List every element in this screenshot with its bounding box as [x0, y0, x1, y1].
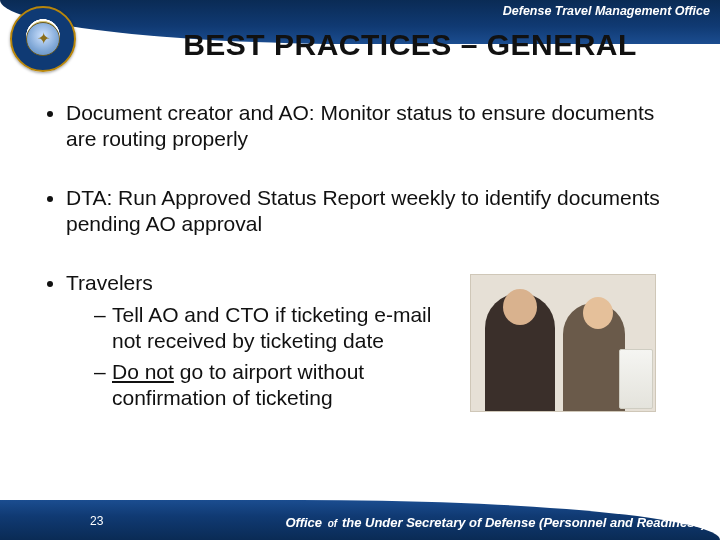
footer-of: of	[328, 518, 340, 529]
travelers-text: Travelers Tell AO and CTO if ticketing e…	[66, 270, 456, 416]
slide-body: Document creator and AO: Monitor status …	[44, 100, 690, 450]
sub-bullet-list: Tell AO and CTO if ticketing e-mail not …	[66, 302, 456, 410]
bullet-list: Document creator and AO: Monitor status …	[44, 100, 690, 416]
footer-part: Office	[285, 515, 325, 530]
bullet-item: DTA: Run Approved Status Report weekly t…	[66, 185, 690, 236]
travelers-row: Travelers Tell AO and CTO if ticketing e…	[66, 270, 690, 416]
seal-ring: ✦	[10, 6, 76, 72]
footer-text: Office of the Under Secretary of Defense…	[285, 515, 706, 530]
monitor-icon	[619, 349, 653, 409]
page-number: 23	[90, 514, 103, 528]
footer-part: the Under Secretary of Defense (Personne…	[342, 515, 706, 530]
bullet-item: Document creator and AO: Monitor status …	[66, 100, 690, 151]
eagle-icon: ✦	[37, 29, 50, 48]
slide: Defense Travel Management Office ✦ BEST …	[0, 0, 720, 540]
bullet-label: Travelers	[66, 271, 153, 294]
org-label: Defense Travel Management Office	[503, 4, 710, 18]
bullet-item: Travelers Tell AO and CTO if ticketing e…	[66, 270, 690, 416]
sub-bullet-item: Tell AO and CTO if ticketing e-mail not …	[94, 302, 456, 353]
sub-bullet-item: Do not go to airport without confirmatio…	[94, 359, 456, 410]
emphasis-text: Do not	[112, 360, 174, 383]
slide-title: BEST PRACTICES – GENERAL	[120, 28, 700, 62]
photo-placeholder	[470, 274, 656, 412]
dod-seal-icon: ✦	[10, 6, 76, 72]
bottom-banner: 23 Office of the Under Secretary of Defe…	[0, 492, 720, 540]
